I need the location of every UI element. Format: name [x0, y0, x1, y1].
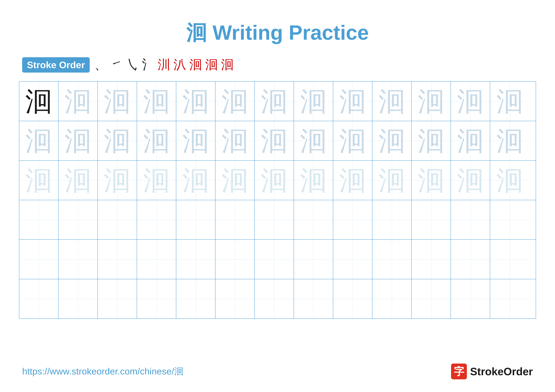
grid-cell-empty[interactable] — [372, 240, 412, 279]
grid-cell: 洄 — [412, 121, 451, 160]
grid-cell-empty[interactable] — [98, 240, 137, 279]
title-section: 洄 Writing Practice — [0, 0, 555, 47]
logo-icon: 字 — [451, 363, 467, 379]
char-light2: 洄 — [379, 167, 405, 194]
grid-cell-empty[interactable] — [98, 279, 137, 319]
grid-cell: 洄 — [372, 121, 412, 160]
grid-row-4 — [19, 200, 536, 240]
stroke-step-8: 洄 — [205, 56, 218, 73]
grid-cell-empty[interactable] — [255, 240, 294, 279]
grid-cell: 洄 — [412, 82, 451, 121]
char-light1: 洄 — [496, 88, 523, 115]
grid-cell-empty[interactable] — [58, 240, 98, 279]
grid-cell: 洄 — [451, 161, 490, 200]
char-light2: 洄 — [65, 167, 91, 194]
grid-cell-empty[interactable] — [19, 200, 58, 239]
grid-cell: 洄 — [98, 161, 137, 200]
grid-cell-empty[interactable] — [490, 279, 529, 319]
grid-cell-empty[interactable] — [176, 200, 215, 239]
grid-row-5 — [19, 240, 536, 279]
grid-cell: 洄 — [137, 82, 176, 121]
grid-cell-empty[interactable] — [372, 200, 412, 239]
char-light2: 洄 — [300, 167, 327, 194]
grid-cell-empty[interactable] — [137, 240, 176, 279]
stroke-order-section: Stroke Order 、 ㇀ ㇂ 氵 汌 汃 洄 洄 洄 — [0, 56, 555, 73]
stroke-step-9: 洄 — [221, 56, 234, 73]
char-light2: 洄 — [182, 167, 209, 194]
char-light1: 洄 — [65, 127, 91, 154]
char-light1: 洄 — [182, 127, 209, 154]
grid-cell-empty[interactable] — [98, 200, 137, 239]
char-light1: 洄 — [457, 127, 484, 154]
grid-cell: 洄 — [333, 161, 372, 200]
grid-cell-empty[interactable] — [176, 279, 215, 319]
grid-cell-empty[interactable] — [412, 279, 451, 319]
stroke-order-badge: Stroke Order — [22, 57, 90, 73]
grid-cell-empty[interactable] — [215, 279, 255, 319]
grid-cell-empty[interactable] — [372, 279, 412, 319]
stroke-step-4: 氵 — [142, 56, 154, 73]
grid-cell: 洄 — [255, 161, 294, 200]
logo-text: StrokeOrder — [470, 365, 533, 378]
grid-cell-empty[interactable] — [137, 279, 176, 319]
char-light1: 洄 — [418, 127, 445, 154]
grid-cell-empty[interactable] — [333, 240, 372, 279]
grid-cell-empty[interactable] — [215, 200, 255, 239]
grid-cell-empty[interactable] — [451, 240, 490, 279]
grid-cell-empty[interactable] — [451, 200, 490, 239]
grid-cell: 洄 — [176, 82, 215, 121]
footer: https://www.strokeorder.com/chinese/洄 字 … — [0, 363, 555, 379]
grid-cell-empty[interactable] — [490, 240, 529, 279]
title-suffix: Writing Practice — [207, 21, 369, 44]
char-light2: 洄 — [339, 167, 366, 194]
grid-cell-empty[interactable] — [412, 200, 451, 239]
grid-row-1: 洄 洄 洄 洄 洄 洄 洄 洄 洄 洄 洄 洄 — [19, 82, 536, 121]
grid-cell: 洄 — [137, 121, 176, 160]
grid-cell-empty[interactable] — [294, 240, 333, 279]
char-light1: 洄 — [221, 88, 248, 115]
grid-cell: 洄 — [451, 82, 490, 121]
grid-cell-empty[interactable] — [58, 279, 98, 319]
grid-cell-empty[interactable] — [215, 240, 255, 279]
char-light1: 洄 — [143, 88, 170, 115]
stroke-step-2: ㇀ — [110, 56, 123, 73]
grid-cell-empty[interactable] — [255, 279, 294, 319]
footer-url[interactable]: https://www.strokeorder.com/chinese/洄 — [22, 365, 183, 378]
grid-cell-empty[interactable] — [294, 279, 333, 319]
char-light2: 洄 — [418, 167, 445, 194]
grid-cell: 洄 — [98, 82, 137, 121]
title-char: 洄 — [186, 21, 207, 44]
grid-cell-empty[interactable] — [294, 200, 333, 239]
grid-cell-empty[interactable] — [137, 200, 176, 239]
grid-cell: 洄 — [58, 82, 98, 121]
grid-cell: 洄 — [19, 82, 58, 121]
grid-row-2: 洄 洄 洄 洄 洄 洄 洄 洄 洄 洄 洄 洄 — [19, 121, 536, 161]
practice-grid: 洄 洄 洄 洄 洄 洄 洄 洄 洄 洄 洄 洄 — [19, 81, 536, 319]
grid-cell: 洄 — [176, 161, 215, 200]
grid-cell: 洄 — [490, 82, 529, 121]
char-light2: 洄 — [457, 167, 484, 194]
grid-cell-empty[interactable] — [333, 200, 372, 239]
grid-cell-empty[interactable] — [58, 200, 98, 239]
grid-cell-empty[interactable] — [490, 200, 529, 239]
char-light2: 洄 — [261, 167, 288, 194]
char-light2: 洄 — [104, 167, 131, 194]
grid-cell-empty[interactable] — [333, 279, 372, 319]
grid-row-6 — [19, 279, 536, 319]
grid-cell: 洄 — [137, 161, 176, 200]
grid-cell-empty[interactable] — [255, 200, 294, 239]
grid-cell: 洄 — [19, 161, 58, 200]
grid-cell: 洄 — [333, 82, 372, 121]
stroke-step-6: 汃 — [174, 56, 186, 73]
grid-cell-empty[interactable] — [176, 240, 215, 279]
grid-cell-empty[interactable] — [451, 279, 490, 319]
grid-cell: 洄 — [98, 121, 137, 160]
grid-cell-empty[interactable] — [19, 240, 58, 279]
char-light1: 洄 — [143, 127, 170, 154]
grid-cell-empty[interactable] — [412, 240, 451, 279]
char-light1: 洄 — [221, 127, 248, 154]
char-light1: 洄 — [379, 127, 405, 154]
grid-cell: 洄 — [412, 161, 451, 200]
char-light1: 洄 — [300, 88, 327, 115]
grid-cell-empty[interactable] — [19, 279, 58, 319]
